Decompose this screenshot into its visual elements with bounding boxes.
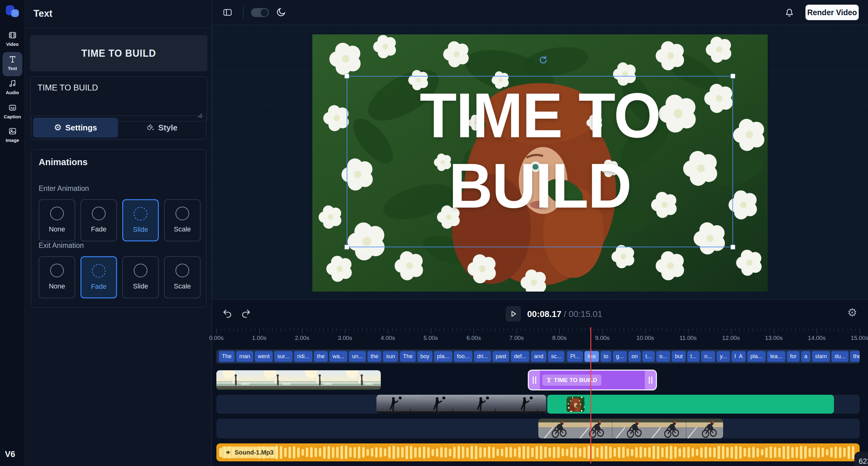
ruler-tick (367, 328, 367, 332)
selection-handle-sw[interactable] (344, 245, 349, 250)
video-frame[interactable]: TIME TO BUILD (312, 34, 768, 292)
caption-word-chip[interactable]: on (628, 351, 641, 362)
selection-handle-nw[interactable] (344, 74, 349, 78)
ruler-tick (529, 328, 530, 330)
bell-icon[interactable] (784, 7, 795, 17)
trim-handle-right[interactable] (645, 371, 656, 389)
selection-handle-ne[interactable] (731, 74, 735, 78)
caption-word-chip-active[interactable]: like (584, 351, 599, 362)
ruler-label: 4.00s (381, 334, 395, 342)
caption-word-chip[interactable]: past (493, 351, 509, 362)
anim-option-exit-fade[interactable]: Fade (81, 256, 117, 298)
anim-option-exit-scale[interactable]: Scale (164, 256, 200, 298)
caption-word-chip[interactable]: wa... (329, 351, 347, 362)
caption-word-chip[interactable]: a (801, 351, 810, 362)
caption-word-chip[interactable]: to (600, 351, 611, 362)
ruler-tick (602, 328, 603, 334)
caption-word-chip[interactable]: boy (417, 351, 432, 362)
waveform-bar (691, 448, 694, 457)
text-content-input[interactable]: TIME TO BUILD (30, 77, 207, 121)
text-style-preview[interactable]: TIME TO BUILD (30, 35, 208, 71)
caption-word-chip[interactable]: went (255, 351, 273, 362)
waveform-bar (839, 447, 841, 458)
caption-word-chip[interactable]: the (367, 351, 381, 362)
anim-option-enter-none[interactable]: None (39, 199, 75, 241)
timeline-ruler[interactable]: 0.00s1.00s2.00s3.00s4.00s5.00s6.00s7.00s… (216, 328, 860, 343)
anim-option-exit-slide[interactable]: Slide (122, 256, 159, 298)
caption-word-chip[interactable]: foo... (454, 351, 472, 362)
caption-word-chip[interactable]: def... (511, 351, 529, 362)
audio-clip[interactable]: Sound-1.Mp3 (216, 443, 860, 461)
tab-settings[interactable]: ⚙ Settings (33, 118, 118, 138)
ruler-label: 8.00s (552, 334, 566, 342)
ruler-tick (264, 328, 264, 330)
preview-canvas[interactable]: TIME TO BUILD (212, 25, 868, 300)
caption-word-chip[interactable]: n... (701, 351, 715, 362)
selection-handle-se[interactable] (731, 245, 735, 250)
ruler-tick (718, 328, 718, 330)
ruler-tick (628, 328, 628, 330)
caption-word-chip[interactable]: the (850, 351, 860, 362)
video-clip-surfer[interactable] (216, 370, 381, 390)
caption-word-chip[interactable]: y... (717, 351, 730, 362)
video-clip-soccer[interactable] (376, 395, 546, 414)
anim-option-enter-slide[interactable]: Slide (122, 199, 159, 241)
caption-word-chip[interactable]: Pl... (567, 351, 583, 362)
video-clip-cycling[interactable] (538, 418, 723, 438)
caption-word-chip[interactable]: but (672, 351, 686, 362)
anim-option-circle (50, 207, 64, 220)
app-logo[interactable] (5, 4, 20, 20)
waveform-bar (843, 448, 846, 457)
caption-word-chip[interactable]: ridi... (294, 351, 312, 362)
waveform-bar (302, 449, 304, 456)
caption-word-chip[interactable]: dri... (474, 351, 491, 362)
sidebar-item-audio[interactable]: Audio (0, 79, 25, 95)
anim-option-enter-fade[interactable]: Fade (81, 199, 117, 241)
caption-word-chip[interactable]: man (236, 351, 253, 362)
anim-option-exit-none[interactable]: None (39, 256, 75, 298)
caption-word-chip[interactable]: The (400, 351, 416, 362)
anim-option-label: Fade (91, 225, 106, 233)
waveform-bar (679, 448, 681, 457)
caption-word-chip[interactable]: The (219, 351, 235, 362)
caption-track[interactable]: Themanwentsur...ridi...thewa...un...thes… (216, 349, 860, 363)
ruler-tick (512, 328, 513, 330)
caption-word-chip[interactable]: un... (349, 351, 366, 362)
waveform-bar (397, 447, 399, 458)
waveform-bar (293, 446, 295, 459)
caption-word-chip[interactable]: slam (812, 351, 830, 362)
moon-icon[interactable] (276, 7, 286, 17)
caption-word-chip[interactable]: sun (383, 351, 398, 362)
caption-word-chip[interactable]: o... (656, 351, 670, 362)
caption-word-chip[interactable]: for (787, 351, 800, 362)
anim-option-enter-scale[interactable]: Scale (164, 199, 200, 241)
caption-word-chip[interactable]: the (314, 351, 328, 362)
rotate-handle-icon[interactable] (537, 55, 548, 65)
waveform-bar (544, 447, 547, 458)
waveform-bar (505, 447, 508, 458)
text-clip[interactable]: T TIME TO BUILD (528, 370, 657, 390)
sidebar-item-text[interactable]: Text (0, 55, 25, 71)
caption-word-chip[interactable]: pla... (434, 351, 452, 362)
caption-word-chip[interactable]: t... (687, 351, 700, 362)
caption-word-chip[interactable]: A (736, 351, 746, 362)
sidebar-item-caption[interactable]: Caption (0, 104, 25, 119)
caption-word-chip[interactable]: and (531, 351, 546, 362)
trim-handle-left[interactable] (529, 371, 540, 389)
caption-word-chip[interactable]: lea... (767, 351, 785, 362)
panel-toggle-icon[interactable] (223, 7, 232, 17)
caption-word-chip[interactable]: t... (642, 351, 655, 362)
sidebar-item-image[interactable]: Image (0, 127, 25, 143)
waveform-bar (418, 447, 421, 458)
caption-word-chip[interactable]: sur... (274, 351, 292, 362)
caption-word-chip[interactable]: sc... (548, 351, 564, 362)
caption-word-chip[interactable]: du... (832, 351, 848, 362)
selection-box[interactable] (347, 76, 733, 247)
tab-style[interactable]: Style (120, 118, 205, 138)
playhead[interactable] (590, 327, 591, 464)
caption-word-chip[interactable]: g... (613, 351, 627, 362)
theme-toggle[interactable] (251, 8, 269, 17)
sidebar-item-video[interactable]: Video (0, 31, 25, 47)
render-video-button[interactable]: Render Video (805, 5, 859, 20)
caption-word-chip[interactable]: pla... (747, 351, 766, 362)
